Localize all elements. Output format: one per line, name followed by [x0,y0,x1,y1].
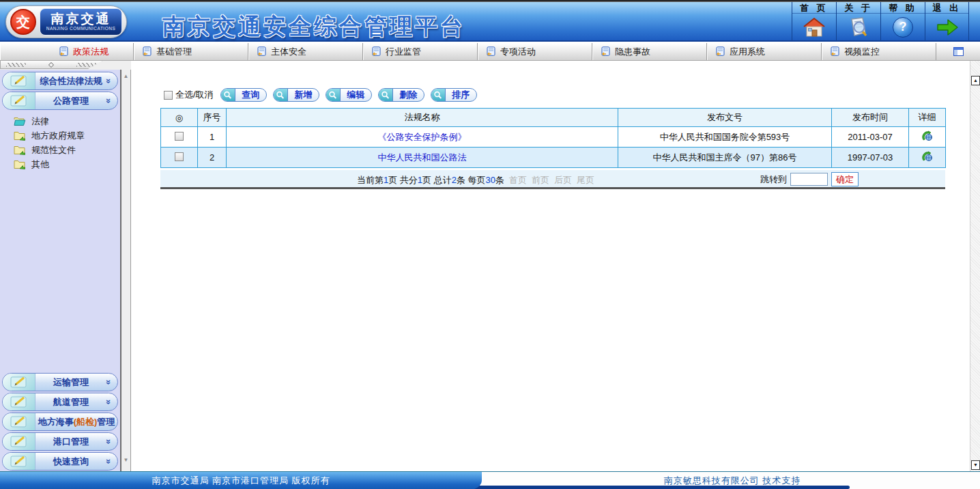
layout-window-button[interactable] [936,43,980,60]
select-all-checkbox[interactable] [164,91,173,100]
scroll-down-icon[interactable]: ▼ [971,460,980,470]
home-menu-item[interactable]: 首 页 [792,2,836,40]
help-icon[interactable]: ? [893,14,913,40]
tab-label[interactable]: 政策法规 [73,46,109,58]
sidebar-item-local-gov-rules[interactable]: 地方政府规章 [14,128,120,143]
edit-button[interactable]: 编辑 [326,88,372,102]
application-window: 交 南京交通 NANJING COMMUNICATIONS 南京交通安全综合管理… [0,0,980,489]
sidebar-group-quick-query[interactable]: 快速查询 » [2,452,118,471]
tab-label[interactable]: 基础管理 [156,46,192,58]
detail-globe-icon[interactable] [921,151,933,162]
sidebar-group-waterway-management[interactable]: 航道管理 » [2,393,118,411]
tab-basic-management[interactable]: 基础管理 [134,43,248,60]
tab-industry-supervision[interactable]: 行业监管 [363,43,478,60]
sidebar-item-label[interactable]: 其他 [31,158,49,171]
regulation-link[interactable]: 中华人民共和国公路法 [378,152,467,163]
sidebar-item-law[interactable]: 法律 [14,114,120,128]
window-layout-icon [953,47,964,56]
brand-box: 南京交通 NANJING COMMUNICATIONS [40,8,122,36]
tab-subject-safety[interactable]: 主体安全 [248,43,363,60]
header-no: 序号 [198,109,227,127]
notepad-pencil-icon [3,92,35,109]
scroll-up-icon[interactable]: ▲ [971,76,980,85]
tab-label[interactable]: 行业监管 [386,46,421,58]
tab-label[interactable]: 视频监控 [844,46,880,58]
tab-label[interactable]: 专项活动 [500,46,536,58]
detail-globe-icon[interactable] [921,130,933,141]
chevron-down-icon: » [104,98,114,103]
exit-menu-item[interactable]: 退 出 [925,2,969,40]
tab-label[interactable]: 应用系统 [730,46,765,58]
help-menu-item[interactable]: 帮 助 ? [880,2,925,40]
sidebar-item-normative-documents[interactable]: 规范性文件 [14,143,120,157]
table-row: 1 《公路安全保护条例》 中华人民共和国国务院令第593号 2011-03-07 [161,127,946,148]
sidebar-item-other[interactable]: 其他 [14,157,120,171]
tab-policy-regulations[interactable]: 政策法规 [0,43,134,60]
grip-hatch [6,63,26,67]
home-label[interactable]: 首 页 [792,2,836,14]
header-detail: 详细 [909,109,946,127]
chevron-down-icon: » [104,380,114,385]
add-button[interactable]: 新增 [273,88,319,102]
footer-copyright-text: 南京市交通局 南京市港口管理局 版权所有 [152,475,330,487]
sort-button[interactable]: 排序 [431,88,477,102]
tab-label[interactable]: 主体安全 [271,46,306,58]
open-folder-icon [14,116,26,126]
confirm-button[interactable]: 确定 [831,172,859,186]
delete-button-label: 删除 [393,89,424,101]
sidebar-item-label[interactable]: 法律 [31,115,49,128]
tab-application-systems[interactable]: 应用系统 [707,43,822,60]
select-all-label: 全选/取消 [175,89,214,101]
prev-page-link[interactable]: 前页 [532,175,549,185]
about-label[interactable]: 关 于 [837,2,880,14]
about-menu-item[interactable]: 关 于 [836,2,880,40]
question-mark-glyph: ? [893,17,913,38]
tab-hidden-danger-accidents[interactable]: 隐患事故 [592,43,707,60]
sidebar-group-comprehensive-laws[interactable]: 综合性法律法规 » [2,72,118,90]
logo: 交 南京交通 NANJING COMMUNICATIONS [5,5,127,38]
sidebar-item-label[interactable]: 规范性文件 [31,144,76,156]
about-icon[interactable] [846,14,871,40]
sidebar-group-port-management[interactable]: 港口管理 » [2,432,118,451]
exit-icon[interactable] [935,14,960,40]
last-page-link[interactable]: 尾页 [577,175,594,185]
notepad-pencil-icon [3,413,35,430]
document-tab-icon [371,46,381,57]
exit-label[interactable]: 退 出 [925,2,968,14]
sidebar-collapse-handle[interactable] [0,61,102,69]
content-scrollbar[interactable]: ▲ ▼ [970,61,980,471]
query-button-label: 查询 [235,89,266,101]
home-icon[interactable] [802,14,826,40]
sidebar-submenu: 法律 地方政府规章 规范性文件 其他 [0,111,120,174]
row-date: 2011-03-07 [832,127,909,148]
pagination-summary: 当前第1页 共分1页 总计2条 每页30条首页前页后页尾页 [357,174,594,186]
sidebar-group-transport-management[interactable]: 运输管理 » [2,373,118,391]
sidebar-item-label[interactable]: 地方政府规章 [31,130,85,142]
table-row: 2 中华人民共和国公路法 中华人民共和国主席令（97）第86号 1997-07-… [161,148,946,168]
next-page-link[interactable]: 后页 [554,175,572,185]
sidebar-group-label: 综合性法律法规 [35,75,106,87]
page-header: 交 南京交通 NANJING COMMUNICATIONS 南京交通安全综合管理… [0,2,980,42]
regulation-link[interactable]: 《公路安全保护条例》 [378,132,467,142]
delete-button[interactable]: 删除 [378,88,424,102]
document-tab-icon [59,46,69,57]
first-page-link[interactable]: 首页 [509,175,527,185]
body-area: 综合性法律法规 » 公路管理 » 法律 地方政府规章 [0,61,980,471]
tab-special-activities[interactable]: 专项活动 [478,43,592,60]
pagination-jump: 跳转到 确定 [760,172,859,186]
help-label[interactable]: 帮 助 [881,2,925,14]
row-checkbox[interactable] [175,132,184,141]
folder-icon [14,130,26,141]
sidebar-group-local-maritime-management[interactable]: 地方海事(船检)管理 [2,413,118,431]
sidebar-scrollbar[interactable]: ▲ ▼ [120,61,131,471]
query-button[interactable]: 查询 [220,88,267,102]
sidebar-group-highway-management[interactable]: 公路管理 » [2,92,118,110]
scroll-up-icon[interactable]: ▲ [121,73,130,79]
document-tab-icon [715,46,725,57]
row-checkbox[interactable] [175,152,184,161]
tab-label[interactable]: 隐患事故 [615,46,650,58]
scroll-down-icon[interactable]: ▼ [121,457,130,463]
quick-menu: 首 页 关 于 [792,2,969,40]
jump-page-input[interactable] [790,173,828,186]
tab-video-monitoring[interactable]: 视频监控 [822,43,936,60]
